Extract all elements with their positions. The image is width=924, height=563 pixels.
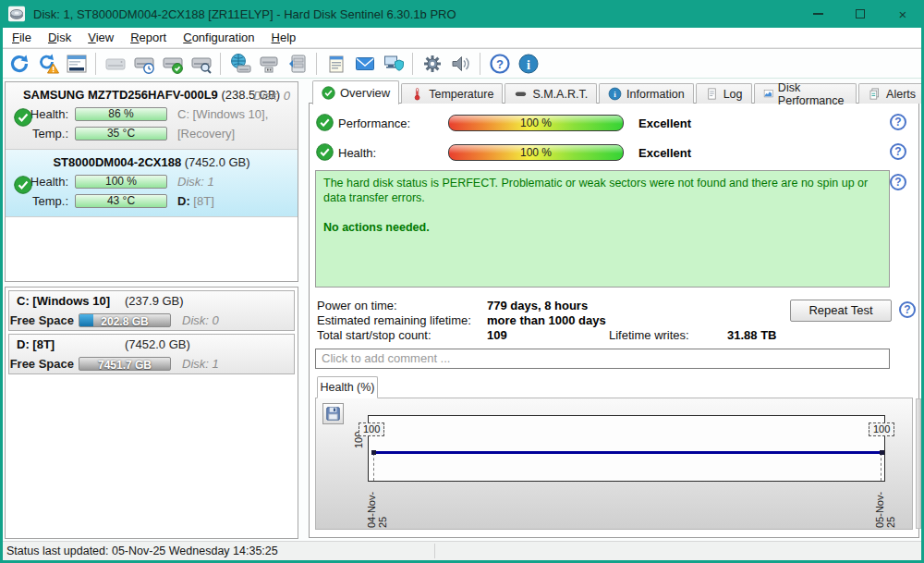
svg-text:?: ? xyxy=(496,57,504,71)
partition-disk-number: Disk: 0 xyxy=(182,313,219,327)
health-label: Health: xyxy=(338,146,376,160)
menu-disk[interactable]: Disk xyxy=(40,29,79,46)
menu-report[interactable]: Report xyxy=(122,29,175,46)
free-space-bar: 202.8 GB xyxy=(79,313,171,327)
tab-label: S.M.A.R.T. xyxy=(532,88,588,101)
tab-label: Information xyxy=(626,88,685,101)
performance-rating: Excellent xyxy=(638,116,691,130)
tab-log[interactable]: Log xyxy=(696,83,752,104)
tab-overview[interactable]: Overview xyxy=(312,80,399,104)
disk-partitions-line2: [Recovery] xyxy=(177,127,235,141)
health-gauge: 100 % xyxy=(448,144,624,161)
performance-ok-icon xyxy=(316,114,334,131)
status-bar-divider xyxy=(434,544,435,558)
disk-network-icon[interactable] xyxy=(225,51,254,77)
start-stop-count-value: 109 xyxy=(487,328,507,342)
menu-file[interactable]: File xyxy=(4,29,40,46)
performance-help-icon[interactable]: ? xyxy=(890,114,906,130)
tab-disk-performance[interactable]: Disk Performance xyxy=(754,83,857,104)
disk-remove-icon[interactable] xyxy=(283,51,311,77)
title-bar: Disk: 1, ST8000DM004-2CX188 [ZR11ELYP] -… xyxy=(0,0,924,28)
menu-configuration[interactable]: Configuration xyxy=(175,29,262,46)
disk-surface-test-icon[interactable] xyxy=(187,51,215,77)
help-icon[interactable]: ? xyxy=(485,51,514,77)
tab-label: Temperature xyxy=(429,88,493,101)
health-value-bar: 100 % xyxy=(75,175,167,189)
disk-schedule-icon[interactable] xyxy=(129,51,158,77)
chart-point-label-right: 100 xyxy=(869,422,894,436)
health-help-icon[interactable]: ? xyxy=(890,143,906,160)
menu-help[interactable]: Help xyxy=(263,29,305,46)
free-space-bar: 7451.7 GB xyxy=(79,357,171,371)
drive-letter: D: xyxy=(177,194,190,208)
minimize-button[interactable] xyxy=(796,0,839,28)
toolbar-separator xyxy=(480,53,480,75)
toolbar-separator xyxy=(220,53,221,75)
repeat-test-help-icon[interactable]: ? xyxy=(899,301,916,318)
disk-test-ok-icon[interactable] xyxy=(158,51,187,77)
overview-panel: Performance: 100 % Excellent ? Health: 1… xyxy=(309,103,919,538)
temp-value-bar: 43 °C xyxy=(75,194,167,208)
about-info-icon[interactable]: i xyxy=(514,51,542,77)
email-report-icon[interactable] xyxy=(350,51,379,77)
window-border-left xyxy=(0,28,3,563)
sound-alerts-icon[interactable] xyxy=(446,51,475,77)
partition-item-c[interactable]: C: [Windows 10] (237.9 GB) Free Space 20… xyxy=(8,290,295,331)
power-on-time-value: 779 days, 8 hours xyxy=(487,299,588,312)
details-panel-icon[interactable] xyxy=(62,51,91,77)
tab-temperature[interactable]: Temperature xyxy=(401,83,503,104)
partition-name: C: [Windows 10] xyxy=(17,291,110,311)
repeat-test-button[interactable]: Repeat Test xyxy=(790,300,892,322)
start-stop-count-label: Total start/stop count: xyxy=(317,328,432,342)
free-space-label: Free Space xyxy=(9,357,79,371)
network-status-icon[interactable] xyxy=(379,51,407,77)
chart-tab-health[interactable]: Health (%) xyxy=(317,376,378,398)
disk-list-item-1-selected[interactable]: ST8000DM004-2CX188 (7452.0 GB) Health: 1… xyxy=(6,150,298,217)
refresh-icon[interactable] xyxy=(5,51,33,77)
status-action: No actions needed. xyxy=(323,220,881,235)
partition-size: (237.9 GB) xyxy=(125,291,184,311)
menu-view[interactable]: View xyxy=(79,29,122,46)
report-notepad-icon[interactable] xyxy=(322,51,350,77)
performance-chart-icon xyxy=(763,87,773,101)
maximize-button[interactable] xyxy=(839,0,881,28)
comment-field[interactable]: Click to add comment ... xyxy=(315,349,890,369)
lifetime-writes-value: 31.88 TB xyxy=(727,328,776,342)
maximize-icon xyxy=(856,9,865,18)
refresh-warning-icon[interactable] xyxy=(33,51,62,77)
free-space-value: 202.8 GB xyxy=(101,315,148,327)
alerts-pages-icon xyxy=(868,87,881,101)
disk-usb-icon[interactable] xyxy=(254,51,283,77)
chart-x-tick-right: 05-Nov-25 xyxy=(874,485,896,528)
settings-gear-icon[interactable] xyxy=(418,51,446,77)
partition-list: C: [Windows 10] (237.9 GB) Free Space 20… xyxy=(5,287,298,539)
save-floppy-icon xyxy=(325,406,341,422)
free-space-value: 7451.7 GB xyxy=(98,359,152,371)
status-help-icon[interactable]: ? xyxy=(890,174,906,190)
disk-list-item-0[interactable]: SAMSUNG MZ7TD256HAFV-000L9 (238.5 GB) Di… xyxy=(6,82,298,150)
temp-value: 43 °C xyxy=(107,194,135,207)
performance-label: Performance: xyxy=(338,116,410,130)
tab-label: Log xyxy=(723,88,743,101)
partition-name: D: [8T] xyxy=(17,335,55,354)
health-ok-icon xyxy=(14,108,32,127)
tab-label: Alerts xyxy=(886,88,916,101)
disk-offline-icon[interactable] xyxy=(101,51,129,77)
app-logo-disk-icon xyxy=(7,6,26,22)
close-button[interactable]: × xyxy=(881,0,924,28)
temp-value: 35 °C xyxy=(107,127,135,140)
smart-drive-icon xyxy=(514,87,528,101)
save-chart-button[interactable] xyxy=(322,403,344,424)
drive-name: [8T] xyxy=(193,194,213,208)
status-text: Status last updated: 05-Nov-25 Wednesday… xyxy=(6,545,278,557)
power-on-time-label: Power on time: xyxy=(317,299,397,312)
health-ok-icon xyxy=(14,176,32,194)
tab-information[interactable]: i Information xyxy=(599,83,694,104)
tab-smart[interactable]: S.M.A.R.T. xyxy=(505,83,597,104)
remaining-lifetime-value: more than 1000 days xyxy=(487,313,606,327)
tab-alerts[interactable]: Alerts xyxy=(858,83,924,104)
toolbar-separator xyxy=(412,53,413,75)
partition-item-d[interactable]: D: [8T] (7452.0 GB) Free Space 7451.7 GB… xyxy=(8,334,295,374)
chart-plot-area xyxy=(368,415,885,482)
used-space-segment xyxy=(79,314,93,326)
